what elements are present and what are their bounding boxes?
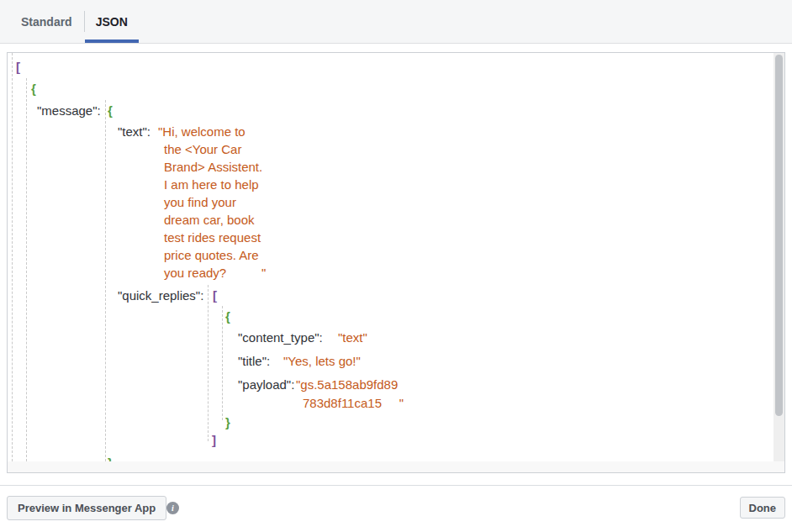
- token-content-type-key: "content_type":: [238, 329, 323, 346]
- json-code-area[interactable]: [ { "message": { "text": "Hi, welcome to…: [8, 53, 774, 461]
- tab-standard[interactable]: Standard: [21, 0, 84, 43]
- done-button[interactable]: Done: [740, 497, 786, 519]
- tab-json[interactable]: JSON: [85, 0, 139, 43]
- token-payload-value-line: "gs.5a158ab9fd89: [296, 377, 398, 393]
- indent-guide: [208, 285, 209, 441]
- info-icon[interactable]: i: [166, 502, 179, 514]
- json-editor-panel: [ { "message": { "text": "Hi, welcome to…: [7, 52, 785, 473]
- preview-in-messenger-button[interactable]: Preview in Messenger App: [7, 496, 166, 520]
- token-item-open: {: [225, 308, 230, 325]
- token-text-value-line: you ready? ": [164, 265, 266, 282]
- vertical-scrollbar[interactable]: [774, 53, 784, 461]
- json-editor-screen: Standard JSON [ { "message": { "text": "…: [0, 0, 792, 532]
- token-text-value-line: "Hi, welcome to: [158, 124, 246, 140]
- token-text-value-line: price quotes. Are: [164, 247, 259, 264]
- token-quick-replies-open: [: [213, 287, 217, 304]
- indent-guide: [26, 78, 27, 461]
- token-title-key: "title":: [238, 353, 270, 370]
- token-payload-key: "payload":: [238, 377, 294, 393]
- tab-bar: Standard JSON: [0, 0, 792, 44]
- token-text-value-line: dream car, book: [164, 212, 255, 229]
- footer-divider: [0, 485, 792, 486]
- indent-guide: [105, 100, 106, 461]
- token-message-close: }: [108, 455, 113, 461]
- token-text-value-line: Brand> Assistent.: [164, 159, 262, 176]
- token-payload-value-line: 783d8f11ca15 ": [303, 395, 404, 412]
- token-message-open: {: [108, 103, 113, 119]
- token-root-open: [: [16, 59, 20, 76]
- token-content-type-value: "text": [338, 329, 367, 346]
- token-item-close: }: [225, 414, 230, 431]
- token-text-key: "text":: [118, 124, 150, 140]
- token-title-value: "Yes, lets go!": [283, 353, 361, 370]
- token-quick-replies-close: ]: [212, 432, 216, 449]
- vertical-scrollbar-thumb[interactable]: [775, 55, 783, 416]
- token-text-value-line: I am here to help: [164, 176, 259, 193]
- active-tab-underline: [85, 40, 139, 43]
- token-message-key: "message":: [37, 103, 101, 119]
- indent-guide: [222, 306, 223, 420]
- tab-standard-label: Standard: [21, 15, 72, 29]
- token-text-value-line: the <Your Car: [164, 141, 241, 158]
- token-quick-replies-key: "quick_replies":: [118, 287, 203, 304]
- token-text-value-line: you find your: [164, 194, 236, 211]
- tab-json-label: JSON: [96, 15, 128, 29]
- horizontal-scrollbar[interactable]: [8, 461, 784, 472]
- indent-guide: [12, 53, 13, 461]
- token-text-value-line: test rides request: [164, 229, 261, 246]
- token-object-open: {: [31, 81, 36, 97]
